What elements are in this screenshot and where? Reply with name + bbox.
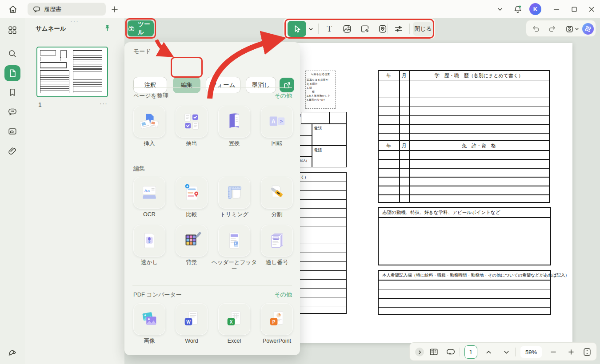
home-button[interactable] xyxy=(7,4,19,15)
tool-crop[interactable] xyxy=(218,177,250,209)
comment-icon xyxy=(8,107,17,117)
tool-compare[interactable] xyxy=(176,177,208,209)
mode-section-label: モード xyxy=(133,47,151,55)
tool-watermark[interactable] xyxy=(133,225,165,257)
tool-to-word[interactable]: W xyxy=(176,303,208,335)
to-image-icon xyxy=(139,309,160,329)
page-icon xyxy=(8,68,17,78)
tool-background-label: 背景 xyxy=(168,259,215,266)
doc-education-table: 年 月 学 歴・職 歴（各別にまとめて書く） xyxy=(378,70,550,141)
mode-redact-button[interactable]: 墨消し xyxy=(246,77,276,93)
document-tab[interactable]: 履歴書 xyxy=(28,3,106,16)
zoom-in-button[interactable] xyxy=(565,346,577,358)
ai-assistant-button[interactable] xyxy=(582,23,594,35)
undo-icon xyxy=(531,24,540,34)
avatar[interactable]: K xyxy=(529,3,541,15)
bell-icon xyxy=(513,4,523,14)
tool-to-excel[interactable]: X xyxy=(218,303,250,335)
fit-page-button[interactable] xyxy=(581,346,593,358)
mode-annotate-button[interactable]: 注釈 xyxy=(133,77,167,93)
doc-request-box: 本人希望記入欄（特に給料・職種・勤務時間・勤務地・その他についての希望などがあれ… xyxy=(378,270,551,315)
organize-more-link[interactable]: その他 xyxy=(274,92,292,100)
rotate-icon: A > xyxy=(267,111,287,132)
maximize-button[interactable] xyxy=(568,4,580,15)
tool-bates-number-label: 通し番号 xyxy=(254,259,300,266)
tool-to-powerpoint[interactable]: P xyxy=(261,303,293,335)
header-footer-icon xyxy=(224,230,244,251)
panel-drag-handle[interactable]: ··· xyxy=(68,18,82,24)
page-view-button[interactable] xyxy=(428,346,440,358)
tool-header-footer[interactable] xyxy=(218,225,250,257)
comments-button[interactable] xyxy=(4,104,20,120)
tool-split[interactable] xyxy=(261,177,293,209)
close-edit-mode-button[interactable]: 閉じる xyxy=(413,22,433,36)
previous-page-button[interactable] xyxy=(482,346,495,358)
add-link-button[interactable] xyxy=(357,22,372,36)
converter-more-link[interactable]: その他 xyxy=(274,291,292,299)
apps-grid-button[interactable] xyxy=(4,22,20,38)
tool-extract[interactable] xyxy=(176,106,208,138)
thumbnail-more-button[interactable]: ··· xyxy=(100,99,108,107)
tool-header-footer-label: ヘッダーとフッター xyxy=(211,259,257,273)
add-image-button[interactable] xyxy=(340,22,355,36)
collapse-bar-button[interactable] xyxy=(413,346,426,358)
tool-rotate[interactable]: A > xyxy=(261,106,293,138)
file-attachments-button[interactable] xyxy=(4,123,20,139)
page-number-input[interactable]: 1 xyxy=(464,345,477,359)
tool-replace[interactable] xyxy=(218,106,250,138)
photo-line: 写真をはる必要が xyxy=(307,78,334,82)
properties-button[interactable] xyxy=(391,22,406,36)
location-stamp-icon xyxy=(378,24,388,34)
signature-button[interactable] xyxy=(4,344,20,360)
tool-ocr[interactable]: Aa xyxy=(133,177,165,209)
to-excel-icon: X xyxy=(224,309,244,329)
pdf-page[interactable]: 月 写真をはる位置 写真をはる必要が ある場合 1. 縦 横 2.本人単身胸から… xyxy=(298,43,572,343)
redo-button[interactable] xyxy=(547,24,558,34)
mode-edit-button[interactable]: 編集 xyxy=(173,77,200,93)
tool-bates-number[interactable]: 000123 xyxy=(261,225,293,257)
home-icon xyxy=(8,4,18,15)
zoom-level-button[interactable]: 59% xyxy=(520,346,542,358)
watermark-icon xyxy=(139,230,160,251)
doc-left-table: く) xyxy=(293,172,347,314)
titlebar-chevron-button[interactable] xyxy=(494,4,506,15)
to-word-icon: W xyxy=(181,309,202,329)
select-tool-chevron[interactable] xyxy=(307,22,315,36)
next-page-button[interactable] xyxy=(500,346,512,358)
doc-phone-box-2: 電話 み記入) xyxy=(295,146,347,167)
notifications-button[interactable] xyxy=(512,4,524,15)
close-button-label: 閉じる xyxy=(414,25,432,33)
chat-bubble-icon xyxy=(33,5,40,13)
zoom-level-value: 59% xyxy=(525,349,537,356)
mode-form-button[interactable]: フォーム xyxy=(206,77,240,93)
thumbnails-panel-button[interactable] xyxy=(4,65,20,81)
bookmarks-button[interactable] xyxy=(4,84,20,100)
add-text-button[interactable]: T xyxy=(322,22,337,36)
tool-background[interactable] xyxy=(176,225,208,257)
new-tab-button[interactable] xyxy=(109,4,120,15)
zoom-out-button[interactable] xyxy=(547,346,560,358)
pin-panel-button[interactable] xyxy=(101,22,113,34)
tool-insert[interactable] xyxy=(133,106,165,138)
tab-label: 履歴書 xyxy=(44,5,61,13)
titlebar: 履歴書 K xyxy=(0,0,600,18)
open-in-new-window-button[interactable] xyxy=(280,78,294,92)
tool-compare-label: 比較 xyxy=(168,211,215,218)
doc-phone-box-1: 電話 xyxy=(295,124,347,146)
thumb-detail xyxy=(40,50,56,55)
photo-line: 横 xyxy=(307,90,334,94)
page-thumbnail[interactable] xyxy=(36,47,108,97)
comment-mode-button[interactable] xyxy=(444,346,457,358)
minimize-button[interactable] xyxy=(551,4,562,15)
tool-crop-label: トリミング xyxy=(211,211,257,218)
save-chevron[interactable] xyxy=(573,24,580,34)
search-button[interactable] xyxy=(4,46,20,62)
ocr-icon: Aa xyxy=(139,182,160,203)
photo-line: 1. 縦 xyxy=(307,86,334,90)
undo-button[interactable] xyxy=(530,24,541,34)
tools-menu-button[interactable]: ツール xyxy=(128,20,154,36)
close-window-button[interactable] xyxy=(586,4,597,15)
tool-to-image[interactable] xyxy=(133,303,165,335)
paperclip-button[interactable] xyxy=(4,143,20,159)
select-tool-button[interactable] xyxy=(288,21,306,37)
